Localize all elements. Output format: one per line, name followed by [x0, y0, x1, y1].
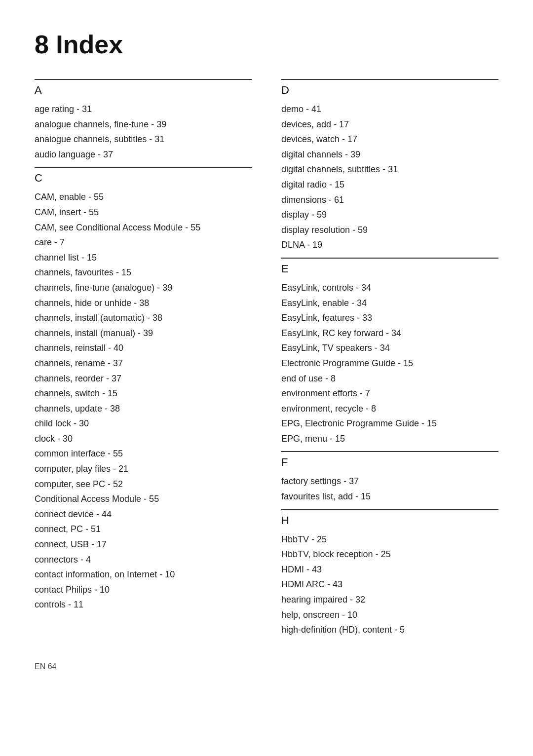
index-section-f: Ffactory settings - 37favourites list, a…	[281, 451, 498, 504]
section-header-a: A	[35, 79, 252, 97]
index-item: channel list - 15	[35, 250, 252, 265]
index-item: high-definition (HD), content - 5	[281, 622, 498, 638]
index-item: digital channels - 39	[281, 147, 498, 162]
index-item: EPG, menu - 15	[281, 431, 498, 447]
index-item: channels, favourites - 15	[35, 265, 252, 280]
index-item: Conditional Access Module - 55	[35, 491, 252, 507]
index-item: CAM, enable - 55	[35, 189, 252, 205]
index-item: audio language - 37	[35, 147, 252, 162]
index-item: HbbTV, block reception - 25	[281, 547, 498, 562]
index-item: computer, see PC - 52	[35, 477, 252, 492]
index-item: clock - 30	[35, 431, 252, 447]
index-item: environment, recycle - 8	[281, 401, 498, 416]
index-item: help, onscreen - 10	[281, 607, 498, 623]
index-item: Electronic Programme Guide - 15	[281, 356, 498, 371]
index-item: HbbTV - 25	[281, 532, 498, 547]
index-item: connect, USB - 17	[35, 537, 252, 552]
index-item: display - 59	[281, 207, 498, 223]
page-title: 8 Index	[35, 30, 498, 59]
index-item: controls - 11	[35, 597, 252, 612]
index-item: EasyLink, RC key forward - 34	[281, 326, 498, 341]
index-item: DLNA - 19	[281, 237, 498, 253]
index-item: factory settings - 37	[281, 474, 498, 489]
section-letter: C	[35, 172, 42, 184]
index-item: child lock - 30	[35, 416, 252, 431]
index-item: hearing impaired - 32	[281, 592, 498, 607]
section-header-h: H	[281, 509, 498, 527]
index-item: common interface - 55	[35, 446, 252, 461]
section-letter: F	[281, 456, 288, 468]
index-item: favourites list, add - 15	[281, 489, 498, 504]
index-item: channels, fine-tune (analogue) - 39	[35, 280, 252, 296]
section-letter: H	[281, 514, 289, 527]
index-item: channels, reinstall - 40	[35, 340, 252, 356]
section-header-e: E	[281, 258, 498, 275]
index-item: EPG, Electronic Programme Guide - 15	[281, 416, 498, 431]
index-item: CAM, insert - 55	[35, 205, 252, 220]
index-item: HDMI - 43	[281, 562, 498, 577]
index-item: contact information, on Internet - 10	[35, 567, 252, 582]
section-header-d: D	[281, 79, 498, 97]
index-section-a: Aage rating - 31analogue channels, fine-…	[35, 79, 252, 162]
index-item: channels, install (automatic) - 38	[35, 310, 252, 326]
page-footer: EN 64	[35, 662, 498, 671]
index-item: age rating - 31	[35, 102, 252, 117]
index-item: EasyLink, TV speakers - 34	[281, 340, 498, 356]
index-item: devices, add - 17	[281, 117, 498, 132]
index-item: HDMI ARC - 43	[281, 577, 498, 592]
section-header-f: F	[281, 451, 498, 469]
index-item: care - 7	[35, 235, 252, 250]
index-item: channels, hide or unhide - 38	[35, 296, 252, 311]
index-item: channels, install (manual) - 39	[35, 326, 252, 341]
index-item: dimensions - 61	[281, 192, 498, 208]
section-letter: E	[281, 263, 289, 275]
index-item: EasyLink, enable - 34	[281, 296, 498, 311]
index-item: demo - 41	[281, 102, 498, 117]
section-letter: A	[35, 84, 42, 96]
index-section-h: HHbbTV - 25HbbTV, block reception - 25HD…	[281, 509, 498, 638]
index-item: computer, play files - 21	[35, 461, 252, 477]
index-item: connectors - 4	[35, 552, 252, 567]
index-item: contact Philips - 10	[35, 582, 252, 598]
index-item: environment efforts - 7	[281, 386, 498, 401]
index-section-c: CCAM, enable - 55CAM, insert - 55CAM, se…	[35, 167, 252, 612]
index-item: channels, reorder - 37	[35, 371, 252, 386]
index-item: channels, switch - 15	[35, 386, 252, 401]
section-header-c: C	[35, 167, 252, 185]
right-column: Ddemo - 41devices, add - 17devices, watc…	[281, 74, 498, 643]
index-item: analogue channels, subtitles - 31	[35, 132, 252, 147]
index-item: end of use - 8	[281, 371, 498, 386]
index-item: CAM, see Conditional Access Module - 55	[35, 220, 252, 235]
index-item: EasyLink, controls - 34	[281, 280, 498, 296]
index-item: EasyLink, features - 33	[281, 310, 498, 326]
index-item: connect, PC - 51	[35, 522, 252, 537]
index-section-e: EEasyLink, controls - 34EasyLink, enable…	[281, 258, 498, 447]
index-item: channels, rename - 37	[35, 356, 252, 371]
index-item: channels, update - 38	[35, 401, 252, 416]
index-item: display resolution - 59	[281, 223, 498, 238]
index-item: digital channels, subtitles - 31	[281, 162, 498, 177]
index-section-d: Ddemo - 41devices, add - 17devices, watc…	[281, 79, 498, 253]
section-letter: D	[281, 84, 289, 96]
index-item: analogue channels, fine-tune - 39	[35, 117, 252, 132]
index-item: digital radio - 15	[281, 177, 498, 192]
left-column: Aage rating - 31analogue channels, fine-…	[35, 74, 252, 643]
index-item: devices, watch - 17	[281, 132, 498, 147]
index-item: connect device - 44	[35, 507, 252, 522]
